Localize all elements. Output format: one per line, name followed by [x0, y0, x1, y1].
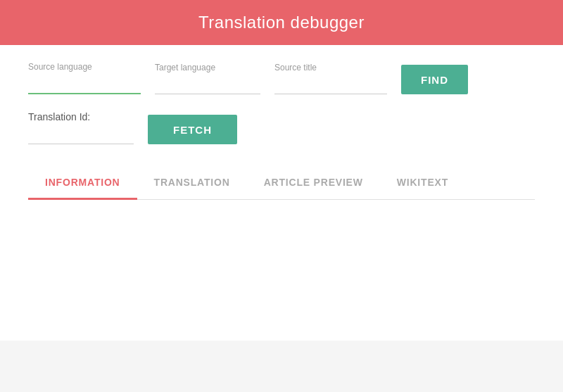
target-language-label: Target language: [155, 63, 260, 72]
main-content: Source language Target language Source t…: [0, 45, 563, 341]
source-title-input[interactable]: [274, 75, 387, 94]
app-title: Translation debugger: [0, 13, 563, 32]
source-language-label: Source language: [28, 62, 141, 72]
source-title-group: Source title: [274, 63, 387, 94]
source-language-group: Source language: [28, 62, 141, 94]
target-language-input[interactable]: [155, 75, 260, 94]
tabs-row: INFORMATION TRANSLATION ARTICLE PREVIEW …: [28, 167, 535, 200]
find-button[interactable]: FIND: [401, 65, 468, 94]
source-title-label: Source title: [274, 63, 387, 72]
fetch-row: Translation Id: FETCH: [28, 111, 535, 144]
target-language-group: Target language: [155, 63, 260, 94]
source-language-input[interactable]: [28, 75, 141, 94]
translation-id-group: Translation Id:: [28, 111, 134, 144]
search-row: Source language Target language Source t…: [28, 62, 535, 94]
app-header: Translation debugger: [0, 0, 563, 45]
tab-wikitext[interactable]: WIKITEXT: [380, 167, 465, 200]
fetch-button[interactable]: FETCH: [148, 115, 237, 144]
translation-id-label: Translation Id:: [28, 111, 134, 122]
tab-translation[interactable]: TRANSLATION: [137, 167, 247, 200]
tab-article-preview[interactable]: ARTICLE PREVIEW: [247, 167, 380, 200]
tab-content-area: [28, 200, 535, 341]
tab-information[interactable]: INFORMATION: [28, 167, 137, 200]
translation-id-input[interactable]: [28, 125, 134, 144]
